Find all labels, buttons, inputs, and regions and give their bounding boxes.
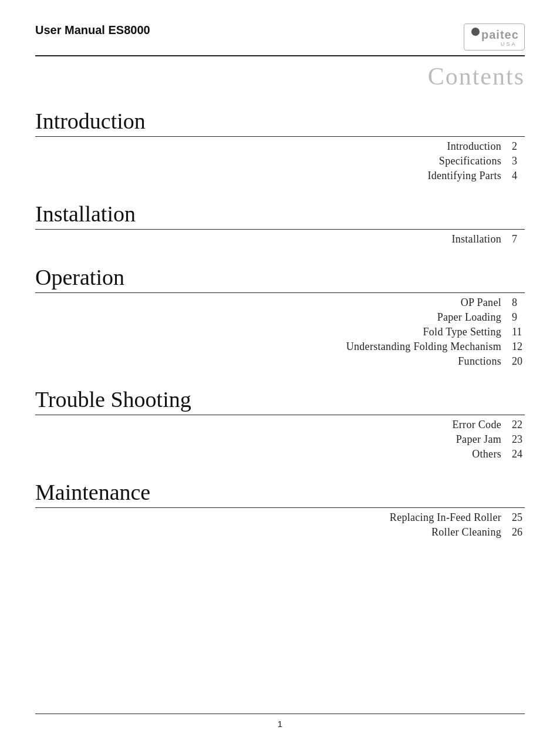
toc-entries-introduction: Introduction2Specifications3Identifying … — [35, 139, 525, 183]
section-divider-operation — [35, 292, 525, 293]
section-divider-installation — [35, 229, 525, 230]
toc-entries-maintenance: Replacing In-Feed Roller25Roller Cleanin… — [35, 510, 525, 540]
toc-entry-page: 4 — [512, 170, 525, 182]
footer-page-number: 1 — [278, 719, 282, 729]
page: User Manual ES8000 paitec USA Contents — [0, 0, 560, 747]
toc-entry-page: 12 — [512, 341, 525, 353]
toc-container: IntroductionIntroduction2Specifications3… — [35, 108, 525, 540]
toc-entry-label: Introduction — [447, 140, 501, 153]
toc-entry: Error Code22 — [35, 419, 525, 431]
section-installation: InstallationInstallation7 — [35, 201, 525, 247]
toc-entry-page: 2 — [512, 140, 525, 153]
toc-entry: Paper Jam23 — [35, 433, 525, 446]
svg-point-0 — [471, 28, 480, 36]
header: User Manual ES8000 paitec USA — [35, 23, 525, 56]
toc-entry-label: Error Code — [453, 419, 501, 431]
logo: paitec USA — [464, 23, 525, 51]
section-divider-maintenance — [35, 507, 525, 508]
toc-entry: Introduction2 — [35, 140, 525, 153]
toc-entry-label: Functions — [458, 355, 501, 368]
toc-entry: Roller Cleaning26 — [35, 526, 525, 539]
toc-entry-page: 3 — [512, 155, 525, 167]
footer: 1 — [35, 714, 525, 729]
toc-entries-trouble-shooting: Error Code22Paper Jam23Others24 — [35, 418, 525, 462]
section-divider-introduction — [35, 136, 525, 137]
section-trouble-shooting: Trouble ShootingError Code22Paper Jam23O… — [35, 386, 525, 462]
toc-entry: Replacing In-Feed Roller25 — [35, 512, 525, 524]
section-title-operation: Operation — [35, 264, 525, 290]
logo-inner: paitec USA — [468, 26, 520, 48]
toc-entry-label: Paper Jam — [456, 433, 501, 446]
toc-entry-page: 20 — [512, 355, 525, 368]
svg-text:USA: USA — [501, 41, 517, 47]
toc-entry-page: 25 — [512, 512, 525, 524]
section-operation: OperationOP Panel8Paper Loading9Fold Typ… — [35, 264, 525, 369]
toc-entry-page: 8 — [512, 297, 525, 309]
toc-entry-page: 23 — [512, 433, 525, 446]
toc-entry-label: Replacing In-Feed Roller — [390, 512, 501, 524]
toc-entry-label: Paper Loading — [437, 311, 501, 324]
toc-entry: Identifying Parts4 — [35, 170, 525, 182]
section-title-introduction: Introduction — [35, 108, 525, 134]
section-title-installation: Installation — [35, 201, 525, 227]
toc-entry: Paper Loading9 — [35, 311, 525, 324]
logo-box: paitec USA — [464, 23, 525, 51]
toc-entry-label: Others — [472, 448, 501, 460]
toc-entry-page: 7 — [512, 233, 525, 245]
toc-entry: Others24 — [35, 448, 525, 460]
toc-entry-page: 26 — [512, 526, 525, 539]
section-maintenance: MaintenanceReplacing In-Feed Roller25Rol… — [35, 479, 525, 540]
toc-entries-installation: Installation7 — [35, 232, 525, 247]
paitec-logo-svg: paitec USA — [468, 26, 520, 48]
toc-entry: Specifications3 — [35, 155, 525, 167]
toc-entry-page: 24 — [512, 448, 525, 460]
svg-text:paitec: paitec — [481, 28, 519, 41]
toc-entry-label: Fold Type Setting — [423, 326, 501, 338]
section-divider-trouble-shooting — [35, 415, 525, 415]
contents-heading: Contents — [35, 62, 525, 90]
toc-entry-label: Specifications — [439, 155, 501, 167]
toc-entry-label: OP Panel — [461, 297, 501, 309]
toc-entry: Fold Type Setting11 — [35, 326, 525, 338]
toc-entry-page: 9 — [512, 311, 525, 324]
section-introduction: IntroductionIntroduction2Specifications3… — [35, 108, 525, 183]
toc-entry-page: 22 — [512, 419, 525, 431]
toc-entry-page: 11 — [512, 326, 525, 338]
toc-entry-label: Installation — [451, 233, 501, 245]
toc-entry: OP Panel8 — [35, 297, 525, 309]
toc-entries-operation: OP Panel8Paper Loading9Fold Type Setting… — [35, 295, 525, 369]
toc-entry-label: Roller Cleaning — [431, 526, 501, 539]
toc-entry: Installation7 — [35, 233, 525, 245]
toc-entry: Functions20 — [35, 355, 525, 368]
toc-entry-label: Understanding Folding Mechanism — [346, 341, 501, 353]
toc-entry: Understanding Folding Mechanism12 — [35, 341, 525, 353]
manual-title: User Manual ES8000 — [35, 23, 150, 37]
toc-entry-label: Identifying Parts — [427, 170, 501, 182]
section-title-trouble-shooting: Trouble Shooting — [35, 386, 525, 412]
section-title-maintenance: Maintenance — [35, 479, 525, 505]
